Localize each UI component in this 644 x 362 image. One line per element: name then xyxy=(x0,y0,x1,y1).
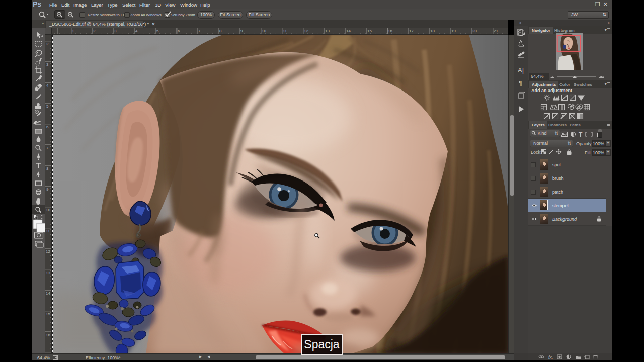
svg-text:¶: ¶ xyxy=(519,79,522,87)
svg-text:fx.: fx. xyxy=(548,355,553,360)
svg-text:T: T xyxy=(579,131,583,138)
svg-text:A|: A| xyxy=(518,66,524,74)
